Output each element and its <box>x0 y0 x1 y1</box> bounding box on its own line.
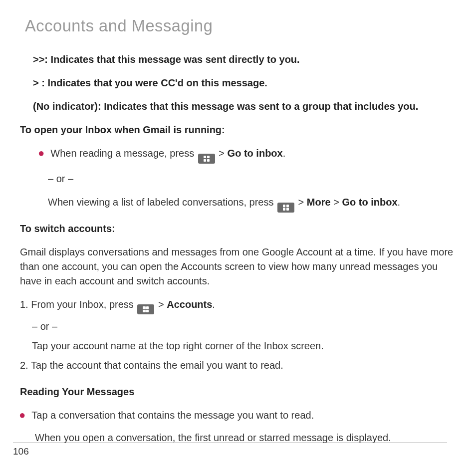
footer: 106 <box>13 443 447 457</box>
bullet-icon: ● <box>38 146 44 164</box>
indicator-none: (No indicator): Indicates that this mess… <box>33 99 456 114</box>
footer-rule <box>13 443 447 443</box>
inbox-alt-pre: When viewing a list of labeled conversat… <box>48 197 276 208</box>
or-separator: – or – <box>48 172 456 186</box>
inbox-bullet-row: ● When reading a message, press > Go to … <box>20 146 456 164</box>
switch-or: – or – <box>32 319 456 334</box>
inbox-bullet-pre: When reading a message, press <box>50 148 197 159</box>
indicator-direct: >>: Indicates that this message was sent… <box>33 52 456 67</box>
accounts-label: Accounts <box>167 299 212 310</box>
indicator-cc: > : Indicates that you were CC'd on this… <box>33 76 456 90</box>
more-label: More <box>307 197 331 208</box>
menu-icon <box>277 203 294 213</box>
period: . <box>212 299 215 310</box>
path-separator: > <box>331 197 342 208</box>
reading-bullet-text: Tap a conversation that contains the mes… <box>31 408 456 423</box>
path-separator: > <box>219 148 227 159</box>
reading-bullet-row: ● Tap a conversation that contains the m… <box>16 408 456 423</box>
switch-step1-pre: 1. From your Inbox, press <box>20 299 136 310</box>
body-content: >>: Indicates that this message was sent… <box>20 52 456 445</box>
section-title: Accounts and Messaging <box>25 17 456 35</box>
go-to-inbox-label: Go to inbox <box>342 197 397 208</box>
reading-heading: Reading Your Messages <box>20 385 456 399</box>
inbox-alt-line: When viewing a list of labeled conversat… <box>48 195 456 213</box>
path-separator: > <box>158 299 167 310</box>
go-to-inbox-label: Go to inbox <box>228 148 283 159</box>
period: . <box>398 197 401 208</box>
switch-heading: To switch accounts: <box>20 222 456 236</box>
period: . <box>283 148 286 159</box>
switch-step1-alt: Tap your account name at the top right c… <box>32 339 456 353</box>
switch-para: Gmail displays conversations and message… <box>20 245 456 288</box>
bullet-icon: ● <box>19 408 25 423</box>
menu-icon <box>198 154 215 164</box>
inbox-heading: To open your Inbox when Gmail is running… <box>20 123 456 137</box>
inbox-bullet-text: When reading a message, press > Go to in… <box>50 146 456 164</box>
path-separator: > <box>298 197 307 208</box>
switch-step2: 2. Tap the account that contains the ema… <box>20 358 456 373</box>
switch-step1: 1. From your Inbox, press > Accounts. <box>20 297 456 315</box>
menu-icon <box>137 304 154 314</box>
page-number: 106 <box>13 446 29 457</box>
